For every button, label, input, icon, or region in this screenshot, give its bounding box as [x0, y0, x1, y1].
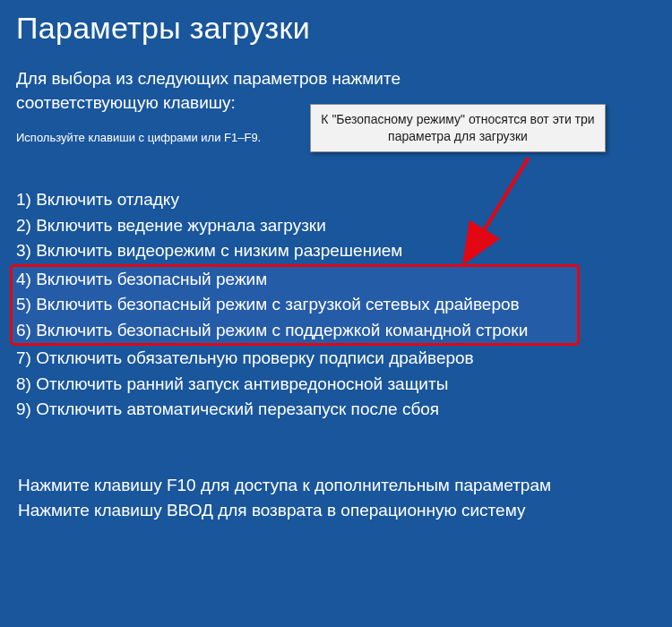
option-5-safe-mode-networking[interactable]: 5) Включить безопасный режим с загрузкой… — [16, 292, 573, 318]
option-1-debug[interactable]: 1) Включить отладку — [16, 187, 656, 213]
option-8-disable-antimalware[interactable]: 8) Отключить ранний запуск антивредоносн… — [16, 372, 656, 398]
option-9-disable-auto-restart[interactable]: 9) Отключить автоматический перезапуск п… — [16, 397, 656, 423]
options-list: 1) Включить отладку 2) Включить ведение … — [16, 187, 656, 423]
option-7-disable-driver-sig[interactable]: 7) Отключить обязательную проверку подпи… — [16, 346, 656, 372]
annotation-callout: К "Безопасному режиму" относятся вот эти… — [310, 104, 606, 152]
safe-mode-highlight-box: 4) Включить безопасный режим 5) Включить… — [10, 264, 580, 347]
page-title: Параметры загрузки — [16, 11, 656, 46]
footer-instructions: Нажмите клавишу F10 для доступа к дополн… — [16, 473, 656, 524]
option-2-bootlog[interactable]: 2) Включить ведение журнала загрузки — [16, 213, 656, 239]
option-4-safe-mode[interactable]: 4) Включить безопасный режим — [16, 267, 573, 293]
option-6-safe-mode-cmd[interactable]: 6) Включить безопасный режим с поддержко… — [16, 318, 573, 344]
option-3-lowres-video[interactable]: 3) Включить видеорежим с низким разрешен… — [16, 238, 656, 264]
footer-f10: Нажмите клавишу F10 для доступа к дополн… — [16, 473, 656, 499]
footer-enter: Нажмите клавишу ВВОД для возврата в опер… — [16, 498, 656, 524]
